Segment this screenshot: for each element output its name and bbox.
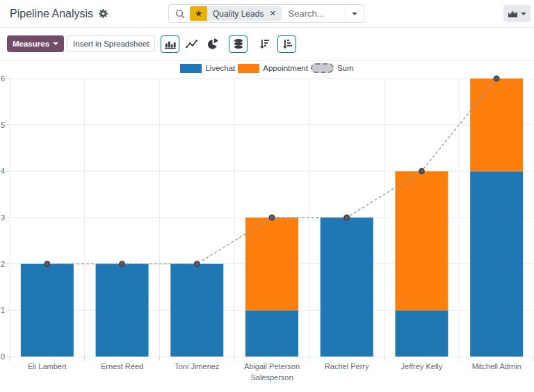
sort-descending-button[interactable] — [254, 35, 273, 53]
y-tick-label: 1 — [1, 306, 5, 314]
insert-in-spreadsheet-button[interactable]: Insert in Spreadsheet — [67, 35, 155, 52]
chart-legend: LivechatAppointmentSum — [0, 63, 534, 73]
line-chart-button[interactable] — [182, 35, 201, 53]
sort-ascending-icon — [282, 38, 293, 49]
sum-marker — [344, 215, 350, 220]
sum-marker — [494, 76, 499, 81]
x-tick-label: Toni Jimenez — [175, 362, 219, 370]
legend-label: Appointment — [263, 64, 308, 72]
sort-ascending-button[interactable] — [277, 35, 296, 53]
y-tick-label: 0 — [1, 352, 5, 361]
legend-item-sum[interactable]: Sum — [311, 63, 354, 73]
x-axis-title: Salesperson — [250, 373, 293, 382]
x-tick-label: Rachel Perry — [325, 362, 369, 370]
sum-marker — [419, 169, 425, 174]
legend-swatch — [238, 64, 259, 73]
pipeline-analysis-chart: LivechatAppointmentSum 0123456Eli Lamber… — [0, 60, 534, 392]
y-tick-label: 2 — [1, 260, 5, 268]
x-tick-label: Mitchell Admin — [472, 362, 521, 370]
bar-segment-livechat[interactable] — [321, 218, 373, 357]
legend-item-livechat[interactable]: Livechat — [180, 64, 235, 73]
facet-remove-icon[interactable]: ✕ — [269, 9, 275, 18]
bar-segment-livechat[interactable] — [245, 310, 298, 357]
bar-segment-appointment[interactable] — [245, 218, 298, 310]
chevron-down-icon — [53, 42, 58, 45]
bar-segment-livechat[interactable] — [170, 264, 223, 357]
control-panel-header: Pipeline Analysis ★ Quality Leads✕ Searc… — [0, 0, 534, 28]
y-tick-label: 3 — [1, 213, 5, 222]
favorite-star-icon: ★ — [190, 6, 207, 21]
legend-swatch — [311, 63, 334, 73]
sum-marker — [194, 261, 200, 267]
pie-chart-button[interactable] — [204, 35, 222, 53]
legend-label: Sum — [337, 64, 354, 72]
gear-icon[interactable] — [98, 8, 108, 19]
x-tick-label: Jeffrey Kelly — [401, 362, 443, 370]
y-tick-label: 4 — [1, 167, 5, 175]
x-tick-label: Eli Lambert — [28, 362, 67, 370]
search-facet[interactable]: ★ Quality Leads✕ — [190, 6, 282, 21]
search-input[interactable]: Search... — [289, 8, 345, 19]
stacked-toggle-button[interactable] — [229, 35, 248, 53]
legend-swatch — [180, 64, 202, 73]
bar-chart-icon — [164, 38, 176, 49]
bar-segment-livechat[interactable] — [395, 310, 448, 357]
facet-label: Quality Leads — [213, 9, 264, 19]
graph-toolbar: Measures Insert in Spreadsheet — [0, 28, 534, 60]
sum-marker — [44, 261, 50, 267]
sort-descending-icon — [259, 38, 270, 49]
chart-plot-svg: 0123456Eli LambertErnest ReedToni Jimene… — [0, 60, 534, 392]
legend-item-appointment[interactable]: Appointment — [238, 64, 308, 73]
stacked-icon — [233, 38, 244, 49]
x-tick-label: Ernest Reed — [101, 362, 143, 370]
bar-chart-button[interactable] — [161, 35, 179, 53]
x-tick-label: Abigail Peterson — [244, 362, 300, 370]
sum-marker — [120, 261, 125, 267]
bar-segment-livechat[interactable] — [470, 171, 523, 357]
search-dropdown-toggle[interactable] — [345, 5, 364, 22]
chart-plot: 0123456Eli LambertErnest ReedToni Jimene… — [0, 60, 534, 392]
line-chart-icon — [186, 38, 197, 49]
sum-marker — [269, 215, 275, 220]
bar-segment-livechat[interactable] — [96, 264, 149, 357]
view-switcher-button[interactable] — [503, 5, 531, 22]
chevron-down-icon — [352, 13, 357, 15]
pie-chart-icon — [207, 38, 219, 49]
chevron-down-icon — [521, 13, 526, 15]
breadcrumb: Pipeline Analysis — [10, 8, 108, 20]
y-tick-label: 5 — [1, 121, 5, 129]
bar-segment-livechat[interactable] — [21, 264, 74, 357]
page-title: Pipeline Analysis — [10, 8, 93, 20]
area-chart-icon — [508, 10, 518, 18]
y-tick-label: 6 — [1, 74, 5, 83]
bar-segment-appointment[interactable] — [395, 171, 448, 310]
bar-segment-appointment[interactable] — [470, 79, 523, 171]
search-bar[interactable]: ★ Quality Leads✕ Search... — [168, 4, 364, 23]
legend-label: Livechat — [205, 64, 235, 72]
measures-button[interactable]: Measures — [7, 35, 64, 52]
search-icon — [175, 9, 185, 19]
